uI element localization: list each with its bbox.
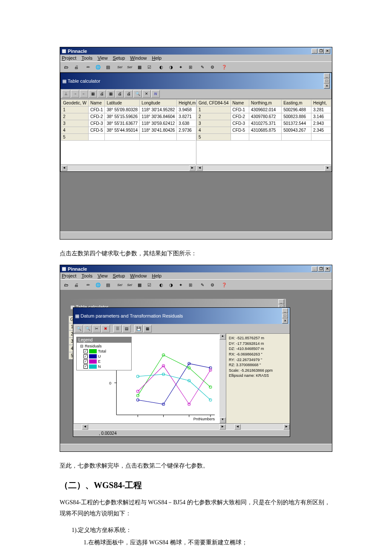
tool-2[interactable]: 🖨 xyxy=(72,280,81,289)
rh4[interactable]: Height, xyxy=(311,100,331,107)
child-minimize[interactable]: _ xyxy=(278,299,284,304)
menu-help[interactable]: Help xyxy=(152,55,162,61)
tool-10[interactable]: ◐ xyxy=(156,63,166,71)
tool-13[interactable]: ⊞ xyxy=(186,63,195,71)
rh0[interactable]: Grid, CFD84-54 xyxy=(197,100,231,107)
ct-2[interactable]: → xyxy=(71,90,79,98)
tool-help[interactable]: ❓ xyxy=(219,63,229,71)
tool-help[interactable]: ❓ xyxy=(219,280,229,289)
scroll-down-icon[interactable]: ▼ xyxy=(219,417,226,423)
dt-save[interactable]: 💾 xyxy=(134,325,143,332)
scroll-left-icon[interactable]: ◄ xyxy=(61,165,67,171)
tool-9[interactable]: ☑ xyxy=(144,63,154,71)
menu-window[interactable]: Window xyxy=(130,55,147,61)
rh2[interactable]: Northing,m xyxy=(249,100,282,107)
dt-4[interactable]: ✖ xyxy=(101,325,110,332)
ct-5[interactable]: 🖨 xyxy=(98,90,106,98)
ct-8[interactable]: 🖨 xyxy=(124,90,133,98)
tool-14[interactable]: ✎ xyxy=(198,63,207,71)
tool-3[interactable]: ✏ xyxy=(84,280,93,289)
maximize-button[interactable]: ❐ xyxy=(318,266,324,272)
right-hscroll[interactable]: ◄ ► xyxy=(196,165,331,171)
minimize-button[interactable]: _ xyxy=(311,49,317,54)
tool-1[interactable]: 🗁 xyxy=(62,280,71,289)
scroll-up-icon[interactable]: ▲ xyxy=(219,334,226,340)
ct-7[interactable]: 🖨 xyxy=(115,90,124,98)
tool-4[interactable]: 🌐 xyxy=(93,63,103,71)
datum-hscroll[interactable]: ◄ ► ◄ ► xyxy=(73,423,290,430)
menu-project[interactable]: Project xyxy=(62,55,76,61)
tool-14[interactable]: ✎ xyxy=(198,280,207,289)
maximize-button[interactable]: ❐ xyxy=(318,49,324,54)
ct-11[interactable]: N xyxy=(151,90,160,98)
rh3[interactable]: Easting,m xyxy=(282,100,311,107)
ct-3[interactable]: ← xyxy=(80,90,88,98)
chart-legend[interactable]: Legend ⊟ Residuals ✓Total ✓U ✓E ✓N xyxy=(76,337,132,370)
scroll-right-icon[interactable]: ► xyxy=(219,424,226,430)
legend-check[interactable]: ✓ xyxy=(84,354,88,358)
tool-1[interactable]: 🗁 xyxy=(62,63,71,71)
geodetic-table[interactable]: Geodetic, W Name Latitude Longitude Heig… xyxy=(61,99,196,141)
close-button[interactable]: ✕ xyxy=(324,49,330,54)
legend-check[interactable]: ✓ xyxy=(84,359,88,364)
menu-tools[interactable]: Tools xyxy=(81,273,92,278)
dt-zoom-in[interactable]: 🔍 xyxy=(75,325,83,332)
close-button[interactable]: ✕ xyxy=(324,266,330,272)
tool-15[interactable]: ⚙ xyxy=(208,280,217,289)
tool-12[interactable]: ✦ xyxy=(176,63,185,71)
ct-10[interactable]: ✕ xyxy=(142,90,151,98)
menu-view[interactable]: View xyxy=(98,273,108,278)
tool-13[interactable]: ⊞ xyxy=(186,280,195,289)
tool-8[interactable]: ▦ xyxy=(135,280,144,289)
tool-15[interactable]: ⚙ xyxy=(208,63,217,71)
ct-1[interactable]: ⊥ xyxy=(62,90,70,98)
ct-9[interactable]: 🔍 xyxy=(133,90,142,98)
menu-tools[interactable]: Tools xyxy=(81,55,92,61)
tool-2[interactable]: 🖨 xyxy=(72,63,81,71)
menu-project[interactable]: Project xyxy=(62,273,76,278)
left-hscroll[interactable]: ◄ ► xyxy=(61,165,196,171)
scroll-left-icon[interactable]: ◄ xyxy=(196,165,203,171)
tool-9[interactable]: ☑ xyxy=(144,280,154,289)
legend-check[interactable]: ✓ xyxy=(84,349,88,353)
tool-12[interactable]: ✦ xyxy=(176,280,185,289)
child-minimize[interactable]: _ xyxy=(324,73,330,78)
scroll-left-icon[interactable]: ◄ xyxy=(82,424,88,430)
tool-11[interactable]: ◑ xyxy=(166,63,176,71)
tool-5[interactable]: ▤ xyxy=(103,63,112,71)
tool-11[interactable]: ◑ xyxy=(166,280,176,289)
tool-10[interactable]: ◐ xyxy=(156,280,166,289)
rh1[interactable]: Name xyxy=(231,100,249,107)
child-maximize[interactable]: □ xyxy=(324,78,330,84)
tool-7[interactable]: Sel xyxy=(125,63,134,71)
child-close[interactable]: ✕ xyxy=(282,318,288,324)
dt-3[interactable]: ✂ xyxy=(92,325,101,332)
tool-8[interactable]: ▦ xyxy=(135,63,144,71)
lh3[interactable]: Longitude xyxy=(140,100,177,107)
tool-5[interactable]: ▤ xyxy=(103,280,112,289)
dt-8[interactable]: ▦ xyxy=(143,325,152,332)
menu-setup[interactable]: Setup xyxy=(113,55,125,61)
menu-window[interactable]: Window xyxy=(130,273,147,278)
dt-5[interactable]: ☰ xyxy=(113,325,122,332)
tool-6[interactable]: Sel xyxy=(115,280,124,289)
scroll-right-icon[interactable]: ► xyxy=(189,165,196,171)
child-minimize[interactable]: _ xyxy=(282,308,288,313)
dt-zoom-out[interactable]: 🔍 xyxy=(84,325,92,332)
scroll-left-icon-2[interactable]: ◄ xyxy=(234,424,241,430)
menu-setup[interactable]: Setup xyxy=(113,273,125,278)
scroll-right-icon-2[interactable]: ► xyxy=(283,424,290,430)
ct-4[interactable]: ▦ xyxy=(89,90,97,98)
tool-3[interactable]: ✏ xyxy=(84,63,93,71)
child-close[interactable]: ✕ xyxy=(324,84,330,89)
child-maximize[interactable]: □ xyxy=(282,313,288,318)
menu-view[interactable]: View xyxy=(98,55,108,61)
tool-4[interactable]: 🌐 xyxy=(93,280,103,289)
menu-help[interactable]: Help xyxy=(152,273,162,278)
grid-table[interactable]: Grid, CFD84-54 Name Northing,m Easting,m… xyxy=(196,99,331,141)
lh1[interactable]: Name xyxy=(89,100,105,107)
legend-check[interactable]: ✓ xyxy=(84,364,88,369)
ct-6[interactable]: ▦ xyxy=(107,90,115,98)
dt-6[interactable]: ▤ xyxy=(122,325,131,332)
minimize-button[interactable]: _ xyxy=(311,266,317,272)
